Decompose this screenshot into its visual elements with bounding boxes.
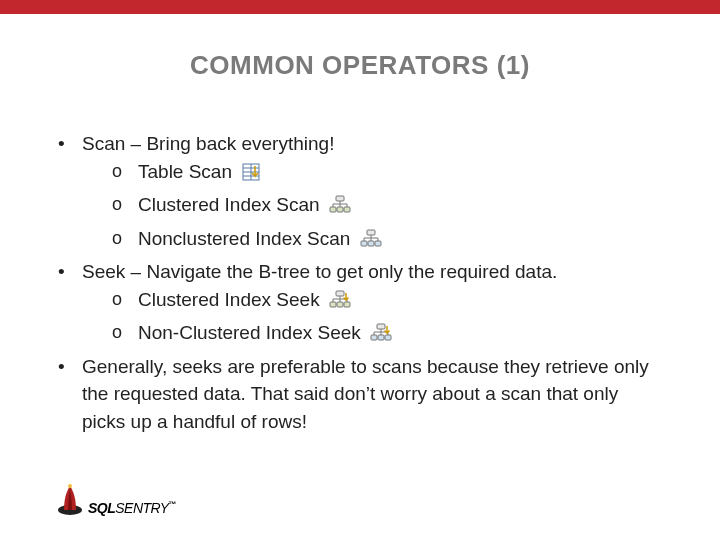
sub-bullet-marker: o (112, 286, 122, 312)
sub-item-clustered-seek: o Clustered Index Seek (112, 286, 666, 318)
sub-list-scan: o Table Scan (82, 158, 666, 257)
sub-item-label: Clustered Index Seek (138, 289, 320, 310)
svg-rect-32 (377, 324, 385, 329)
svg-point-42 (68, 484, 72, 488)
slide: COMMON OPERATORS (1) Scan – Bring back e… (0, 0, 720, 540)
sub-item-label: Table Scan (138, 161, 232, 182)
bullet-scan: Scan – Bring back everything! o Table Sc… (56, 130, 666, 256)
svg-rect-15 (361, 241, 367, 246)
sub-bullet-marker: o (112, 158, 122, 184)
bullet-text: Generally, seeks are preferable to scans… (82, 356, 649, 432)
sub-item-label: Clustered Index Scan (138, 194, 320, 215)
slide-title: COMMON OPERATORS (1) (0, 50, 720, 81)
sub-list-seek: o Clustered Index Seek (82, 286, 666, 351)
sub-item-table-scan: o Table Scan (112, 158, 666, 190)
svg-rect-7 (337, 207, 343, 212)
sub-item-nonclustered-scan: o Nonclustered Index Scan (112, 225, 666, 257)
svg-rect-24 (330, 302, 336, 307)
bullet-list: Scan – Bring back everything! o Table Sc… (56, 130, 666, 435)
svg-rect-35 (385, 335, 391, 340)
bullet-seek: Seek – Navigate the B-tree to get only t… (56, 258, 666, 351)
trademark-symbol: ™ (169, 500, 177, 509)
svg-rect-17 (375, 241, 381, 246)
svg-rect-6 (330, 207, 336, 212)
svg-rect-25 (337, 302, 343, 307)
svg-rect-23 (336, 291, 344, 296)
sub-item-label: Non-Clustered Index Seek (138, 322, 361, 343)
svg-rect-34 (378, 335, 384, 340)
svg-rect-16 (368, 241, 374, 246)
logo-mark-icon (56, 480, 84, 516)
bullet-text: Seek – Navigate the B-tree to get only t… (82, 261, 557, 282)
logo-text-sentry: SENTRY (115, 500, 168, 516)
sub-item-nonclustered-seek: o Non-Clustered Index Seek (112, 319, 666, 351)
clustered-index-scan-icon (329, 195, 351, 223)
bullet-text: Scan – Bring back everything! (82, 133, 334, 154)
sub-bullet-marker: o (112, 191, 122, 217)
nonclustered-index-seek-icon (370, 323, 392, 351)
logo-text: SQLSENTRY™ (88, 500, 176, 516)
svg-rect-26 (344, 302, 350, 307)
sub-item-label: Nonclustered Index Scan (138, 228, 350, 249)
svg-rect-33 (371, 335, 377, 340)
sub-bullet-marker: o (112, 225, 122, 251)
nonclustered-index-scan-icon (360, 229, 382, 257)
brand-logo: SQLSENTRY™ (56, 480, 176, 516)
logo-text-sql: SQL (88, 500, 115, 516)
content-area: Scan – Bring back everything! o Table Sc… (56, 130, 666, 437)
sub-item-clustered-scan: o Clustered Index Scan (112, 191, 666, 223)
bullet-summary: Generally, seeks are preferable to scans… (56, 353, 666, 436)
svg-rect-8 (344, 207, 350, 212)
svg-rect-14 (367, 230, 375, 235)
table-scan-icon (241, 162, 261, 190)
sub-bullet-marker: o (112, 319, 122, 345)
accent-bar (0, 0, 720, 14)
svg-rect-5 (336, 196, 344, 201)
clustered-index-seek-icon (329, 290, 351, 318)
